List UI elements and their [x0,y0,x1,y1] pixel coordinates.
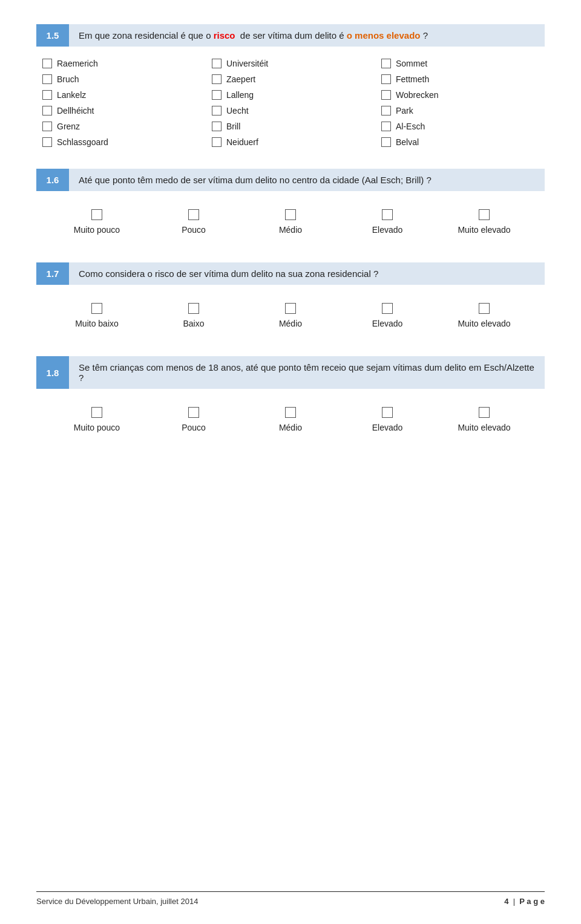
question-number-1-8: 1.8 [36,356,69,389]
checkbox-muito-elevado-17[interactable] [479,303,490,314]
label-zaepert: Zaepert [226,74,255,84]
scale-item[interactable]: Muito elevado [454,303,514,328]
label-belval: Belval [396,137,419,147]
scale-item[interactable]: Elevado [357,303,418,328]
scale-item[interactable]: Elevado [357,209,418,235]
question-text-1-7: Como considera o risco de ser vítima dum… [69,262,545,285]
footer-left: Service du Développement Urbain, juillet… [36,897,198,906]
question-number-1-6: 1.6 [36,169,69,191]
checkbox-dellheicht[interactable] [42,106,52,116]
checkbox-zaepert[interactable] [212,74,222,84]
checkbox-schlassgoard[interactable] [42,137,52,147]
scale-item[interactable]: Baixo [163,303,224,328]
label-schlassgoard: Schlassgoard [57,137,108,147]
checkbox-lankelz[interactable] [42,90,52,100]
scale-label: Muito elevado [458,225,510,235]
highlight-menos-elevado: o menos elevado [347,30,421,41]
list-item[interactable]: Neiduerf [212,137,369,147]
list-item[interactable]: Al-Esch [381,122,539,131]
scale-item[interactable]: Elevado [357,407,418,432]
footer-page-label: P a g e [519,897,545,906]
scale-row-1-6: Muito pouco Pouco Médio Elevado Muito el… [36,203,545,241]
footer-page: 4 | P a g e [504,897,545,906]
scale-label: Médio [279,423,302,432]
scale-label: Médio [279,225,302,235]
checkbox-baixo-17[interactable] [188,303,199,314]
question-number-1-5: 1.5 [36,24,69,47]
label-lankelz: Lankelz [57,90,86,100]
checkbox-uecht[interactable] [212,106,222,116]
label-bruch: Bruch [57,74,79,84]
label-neiduerf: Neiduerf [226,137,258,147]
checkbox-lalleng[interactable] [212,90,222,100]
checkbox-elevado-16[interactable] [382,209,393,220]
scale-label: Elevado [372,225,403,235]
list-item[interactable]: Zaepert [212,74,369,84]
scale-label: Muito elevado [458,319,510,328]
checkbox-bruch[interactable] [42,74,52,84]
scale-label: Pouco [182,423,206,432]
scale-item[interactable]: Médio [260,209,321,235]
checkbox-pouco-18[interactable] [188,407,199,418]
checkbox-pouco-16[interactable] [188,209,199,220]
list-item[interactable]: Wobrecken [381,90,539,100]
list-item[interactable]: Belval [381,137,539,147]
scale-label: Muito elevado [458,423,510,432]
checkbox-medio-18[interactable] [285,407,296,418]
list-item[interactable]: Grenz [42,122,200,131]
question-header-1-5: 1.5 Em que zona residencial é que o risc… [36,24,545,47]
list-item[interactable]: Dellhéicht [42,106,200,116]
scale-item[interactable]: Pouco [163,407,224,432]
scale-label: Baixo [183,319,204,328]
scale-row-1-7: Muito baixo Baixo Médio Elevado Muito el… [36,297,545,334]
scale-item[interactable]: Médio [260,303,321,328]
checkbox-belval[interactable] [381,137,391,147]
checkbox-park[interactable] [381,106,391,116]
list-item[interactable]: Lalleng [212,90,369,100]
scale-item[interactable]: Muito elevado [454,209,514,235]
scale-item[interactable]: Muito pouco [67,209,127,235]
list-item[interactable]: Sommet [381,59,539,68]
list-item[interactable]: Raemerich [42,59,200,68]
scale-item[interactable]: Pouco [163,209,224,235]
checkbox-sommet[interactable] [381,59,391,68]
scale-item[interactable]: Muito baixo [67,303,127,328]
label-wobrecken: Wobrecken [396,90,439,100]
list-item[interactable]: Schlassgoard [42,137,200,147]
footer-page-number: 4 [504,897,508,906]
checkbox-wobrecken[interactable] [381,90,391,100]
scale-label: Muito pouco [74,423,120,432]
checkbox-medio-17[interactable] [285,303,296,314]
label-uecht: Uecht [226,106,249,116]
checkbox-elevado-18[interactable] [382,407,393,418]
checkbox-muito-pouco-18[interactable] [91,407,102,418]
label-sommet: Sommet [396,59,427,68]
list-item[interactable]: Fettmeth [381,74,539,84]
checkbox-raemerich[interactable] [42,59,52,68]
checkbox-muito-pouco-16[interactable] [91,209,102,220]
checkbox-grenz[interactable] [42,122,52,131]
list-item[interactable]: Bruch [42,74,200,84]
label-raemerich: Raemerich [57,59,98,68]
scale-item[interactable]: Médio [260,407,321,432]
checkbox-brill[interactable] [212,122,222,131]
label-brill: Brill [226,122,240,131]
checkbox-fettmeth[interactable] [381,74,391,84]
checkbox-neiduerf[interactable] [212,137,222,147]
list-item[interactable]: Lankelz [42,90,200,100]
checkbox-elevado-17[interactable] [382,303,393,314]
label-al-esch: Al-Esch [396,122,425,131]
checkbox-muito-baixo-17[interactable] [91,303,102,314]
list-item[interactable]: Universitéit [212,59,369,68]
checkbox-muito-elevado-18[interactable] [479,407,490,418]
list-item[interactable]: Park [381,106,539,116]
checkbox-al-esch[interactable] [381,122,391,131]
scale-row-1-8: Muito pouco Pouco Médio Elevado Muito el… [36,401,545,438]
scale-item[interactable]: Muito pouco [67,407,127,432]
scale-item[interactable]: Muito elevado [454,407,514,432]
list-item[interactable]: Uecht [212,106,369,116]
checkbox-universiteit[interactable] [212,59,222,68]
checkbox-muito-elevado-16[interactable] [479,209,490,220]
checkbox-medio-16[interactable] [285,209,296,220]
list-item[interactable]: Brill [212,122,369,131]
